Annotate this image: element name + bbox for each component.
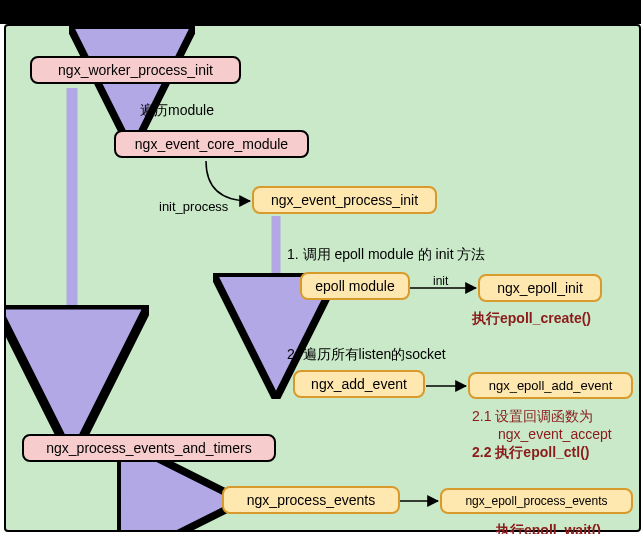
node-epoll-process-events: ngx_epoll_process_events: [440, 488, 633, 514]
label-step2-1: 2.1 设置回调函数为: [472, 408, 593, 426]
label-step2-2: 2.2 执行epoll_ctl(): [472, 444, 589, 462]
node-process-events-and-timers: ngx_process_events_and_timers: [22, 434, 276, 462]
label-step2: 2. 遍历所有listen的socket: [287, 346, 446, 364]
label-step2-1b: ngx_event_accept: [498, 426, 612, 442]
node-event-process-init: ngx_event_process_init: [252, 186, 437, 214]
node-worker-init: ngx_worker_process_init: [30, 56, 241, 84]
node-process-events: ngx_process_events: [222, 486, 400, 514]
node-event-core-module: ngx_event_core_module: [114, 130, 309, 158]
panel: ngx_worker_process_init 遍历module ngx_eve…: [4, 24, 641, 532]
label-exec-wait: 执行epoll_wait(): [496, 522, 601, 534]
node-epoll-init: ngx_epoll_init: [478, 274, 602, 302]
label-exec-create: 执行epoll_create(): [472, 310, 591, 328]
label-step1: 1. 调用 epoll module 的 init 方法: [287, 246, 485, 264]
topbar: [0, 0, 641, 24]
diagram-frame: ngx_worker_process_init 遍历module ngx_eve…: [0, 0, 641, 534]
label-iterate-module: 遍历module: [140, 102, 214, 120]
label-init: init: [433, 274, 448, 288]
node-epoll-module: epoll module: [300, 272, 410, 300]
node-epoll-add-event: ngx_epoll_add_event: [468, 372, 633, 399]
label-init-process: init_process: [159, 199, 228, 214]
node-add-event: ngx_add_event: [293, 370, 425, 398]
